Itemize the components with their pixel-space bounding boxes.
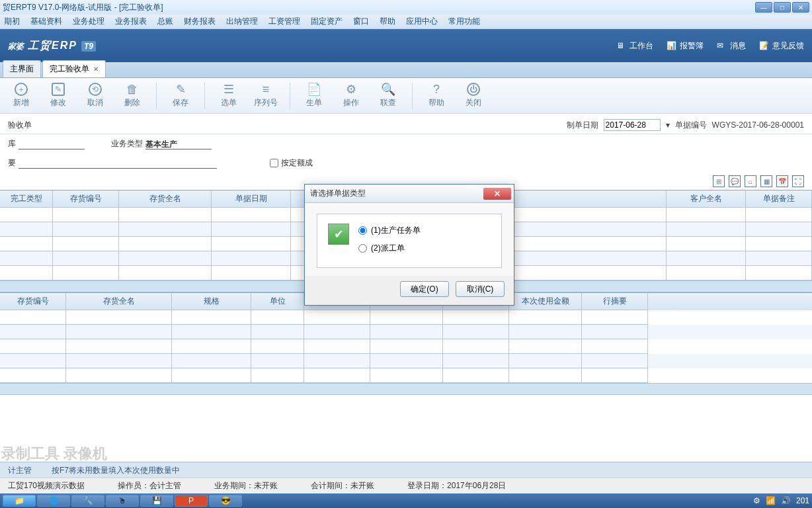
ok-button[interactable]: 确定(O) [400, 281, 449, 297]
modal-select-doctype: 请选择单据类型 ✕ ✔ (1)生产任务单 (2)派工单 确定(O) 取消(C) [304, 184, 514, 306]
check-icon: ✔ [328, 224, 349, 245]
radio-dispatch[interactable]: (2)派工单 [358, 243, 421, 254]
radio-production-task[interactable]: (1)生产任务单 [358, 225, 421, 236]
modal-overlay: 请选择单据类型 ✕ ✔ (1)生产任务单 (2)派工单 确定(O) 取消(C) [0, 0, 812, 508]
modal-close-button[interactable]: ✕ [483, 188, 511, 200]
modal-title-text: 请选择单据类型 [310, 188, 366, 199]
modal-titlebar: 请选择单据类型 ✕ [305, 185, 514, 203]
cancel-button[interactable]: 取消(C) [456, 281, 505, 297]
